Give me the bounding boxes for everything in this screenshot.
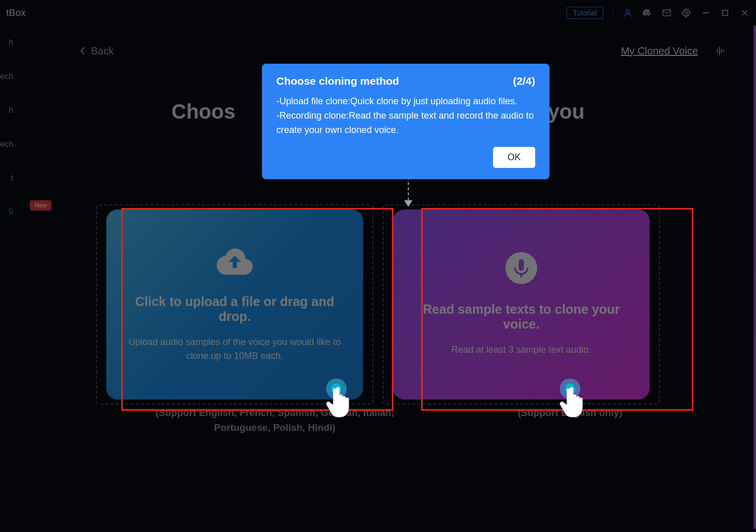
upload-card-subtitle: Upload audio samples of the voice you wo… — [122, 335, 348, 363]
maximize-button[interactable] — [720, 8, 730, 18]
svg-point-0 — [626, 9, 630, 13]
top-links: My Cloned Voice — [621, 44, 728, 58]
cloud-upload-icon — [215, 246, 255, 276]
sidebar-item-3[interactable]: ech — [0, 127, 51, 161]
mail-icon[interactable] — [662, 8, 672, 18]
record-card[interactable]: Read sample texts to clone your voice. R… — [393, 210, 650, 400]
svg-rect-8 — [519, 259, 524, 271]
tutorial-button[interactable]: Tutorial — [566, 7, 603, 19]
record-card-title: Read sample texts to clone your voice. — [408, 302, 634, 332]
sidebar-item-1[interactable]: ech — [0, 60, 51, 93]
titlebar-separator — [613, 7, 613, 18]
tutorial-line1: -Upload file clone:Quick clone by just u… — [276, 94, 535, 109]
gear-icon[interactable] — [681, 8, 691, 18]
cards-row: Click to upload a file or drag and drop.… — [0, 210, 756, 400]
discord-icon[interactable] — [642, 8, 652, 18]
record-card-subtitle: Read at least 3 sample text audio. — [451, 343, 591, 357]
new-badge: New — [30, 200, 51, 211]
back-label: Back — [91, 45, 114, 57]
titlebar-right: Tutorial — [566, 7, 750, 19]
app-name-fragment: tBox — [6, 7, 26, 18]
tutorial-title: Choose cloning method — [276, 75, 399, 87]
tutorial-step: (2/4) — [513, 75, 535, 87]
sidebar-item-0[interactable]: h — [0, 26, 51, 60]
svg-rect-4 — [723, 10, 728, 15]
tutorial-popup: Choose cloning method (2/4) -Upload file… — [262, 64, 550, 179]
svg-point-2 — [685, 12, 688, 14]
sidebar-item-4[interactable]: t — [0, 161, 51, 195]
upload-card-title: Click to upload a file or drag and drop. — [122, 294, 348, 324]
upload-card[interactable]: Click to upload a file or drag and drop.… — [106, 210, 363, 400]
tutorial-body: -Upload file clone:Quick clone by just u… — [276, 94, 535, 138]
tutorial-arrow-icon — [403, 177, 413, 208]
my-cloned-voice-link[interactable]: My Cloned Voice — [621, 45, 698, 57]
tutorial-line2: -Recording clone:Read the sample text an… — [276, 109, 535, 138]
tutorial-ok-button[interactable]: OK — [493, 147, 535, 168]
minimize-button[interactable] — [701, 8, 711, 18]
record-card-wrap: Read sample texts to clone your voice. R… — [393, 210, 650, 400]
back-link[interactable]: Back — [80, 45, 114, 57]
user-icon[interactable] — [622, 8, 633, 18]
titlebar: tBox Tutorial — [0, 0, 756, 26]
waveform-icon[interactable] — [713, 44, 728, 58]
close-button[interactable] — [740, 8, 750, 18]
microphone-icon — [505, 252, 537, 284]
upload-card-wrap: Click to upload a file or drag and drop.… — [106, 210, 363, 400]
